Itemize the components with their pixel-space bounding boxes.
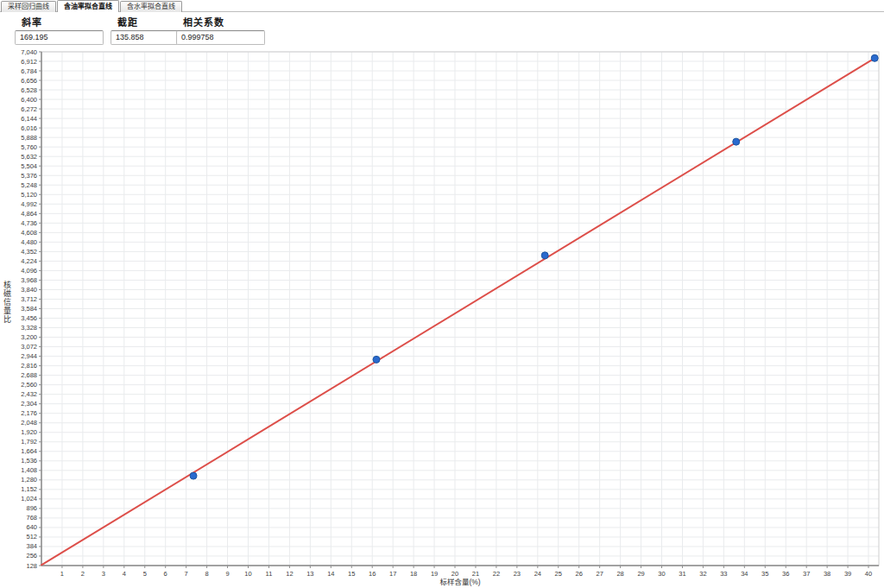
svg-text:6,784: 6,784 — [21, 67, 37, 75]
svg-text:21: 21 — [472, 570, 479, 578]
svg-text:2,816: 2,816 — [21, 362, 37, 370]
data-point — [373, 356, 380, 363]
svg-text:5,760: 5,760 — [21, 143, 37, 151]
svg-text:3,840: 3,840 — [21, 286, 37, 294]
svg-text:2,304: 2,304 — [21, 400, 37, 408]
svg-text:25: 25 — [555, 570, 562, 578]
svg-text:24: 24 — [534, 570, 541, 578]
svg-text:5: 5 — [143, 570, 147, 578]
svg-text:256: 256 — [26, 552, 37, 560]
svg-text:12: 12 — [286, 570, 293, 578]
svg-text:2,944: 2,944 — [21, 352, 37, 360]
tab-strip: 采样回归曲线 含油率拟合直线 含水率拟合直线 — [1, 0, 183, 12]
svg-text:3,200: 3,200 — [21, 333, 37, 341]
tab-sampling-regression-curve[interactable]: 采样回归曲线 — [1, 1, 56, 12]
svg-text:39: 39 — [844, 570, 851, 578]
tab-oil-content-fit-line[interactable]: 含油率拟合直线 — [57, 0, 119, 12]
svg-text:6,912: 6,912 — [21, 58, 37, 66]
svg-text:8: 8 — [205, 570, 209, 578]
svg-text:5,248: 5,248 — [21, 181, 37, 189]
slope-value-input[interactable]: 169.195 — [15, 30, 104, 45]
svg-text:2,048: 2,048 — [21, 419, 37, 427]
svg-text:6,016: 6,016 — [21, 124, 37, 132]
svg-text:38: 38 — [824, 570, 830, 578]
svg-text:4,736: 4,736 — [21, 219, 37, 227]
svg-text:128: 128 — [26, 562, 37, 570]
svg-text:1,024: 1,024 — [21, 495, 37, 503]
svg-text:31: 31 — [679, 570, 685, 578]
svg-text:512: 512 — [26, 533, 37, 541]
svg-text:1,920: 1,920 — [21, 428, 37, 436]
tab-water-content-fit-line[interactable]: 含水率拟合直线 — [120, 1, 182, 12]
svg-text:3,456: 3,456 — [21, 314, 37, 322]
svg-text:18: 18 — [410, 570, 417, 578]
svg-text:5,888: 5,888 — [21, 134, 37, 142]
svg-text:3,328: 3,328 — [21, 324, 37, 332]
svg-text:3,072: 3,072 — [21, 343, 37, 351]
svg-text:6,400: 6,400 — [21, 96, 37, 104]
svg-text:9: 9 — [225, 570, 229, 578]
chart-svg: 1282563845126407688961,0241,1521,2801,40… — [0, 45, 884, 588]
svg-text:30: 30 — [658, 570, 665, 578]
svg-text:33: 33 — [720, 570, 727, 578]
svg-text:3,584: 3,584 — [21, 305, 37, 313]
svg-text:4,224: 4,224 — [21, 257, 37, 265]
svg-text:5,376: 5,376 — [21, 172, 37, 180]
svg-text:1,536: 1,536 — [21, 457, 37, 465]
svg-text:4,096: 4,096 — [21, 267, 37, 275]
svg-text:4,480: 4,480 — [21, 238, 37, 246]
svg-text:3,968: 3,968 — [21, 276, 37, 284]
svg-text:14: 14 — [327, 570, 334, 578]
svg-text:5,632: 5,632 — [21, 153, 37, 161]
svg-text:10: 10 — [244, 570, 251, 578]
data-point — [541, 252, 548, 259]
svg-text:2,432: 2,432 — [21, 390, 37, 398]
correlation-label: 相关系数 — [183, 15, 265, 28]
svg-text:7: 7 — [185, 570, 188, 578]
svg-text:13: 13 — [306, 570, 313, 578]
svg-text:40: 40 — [865, 570, 872, 578]
svg-text:1,280: 1,280 — [21, 476, 37, 484]
svg-text:17: 17 — [389, 570, 396, 578]
svg-text:6,656: 6,656 — [21, 77, 37, 85]
svg-text:2: 2 — [81, 570, 85, 578]
svg-text:32: 32 — [699, 570, 706, 578]
y-tick-labels: 1282563845126407688961,0241,1521,2801,40… — [21, 48, 41, 570]
svg-text:34: 34 — [741, 570, 748, 578]
svg-text:768: 768 — [26, 514, 37, 522]
data-point — [733, 138, 740, 145]
svg-text:19: 19 — [431, 570, 438, 578]
svg-text:26: 26 — [576, 570, 583, 578]
fit-stats-panel: 斜率 169.195 截距 135.858 相关系数 0.999758 — [0, 12, 884, 45]
svg-text:6,528: 6,528 — [21, 86, 37, 94]
data-point — [190, 472, 197, 479]
svg-text:896: 896 — [26, 504, 37, 512]
x-axis-title: 标样含量(%) — [439, 578, 480, 586]
correlation-value-input[interactable]: 0.999758 — [176, 30, 265, 45]
slope-label: 斜率 — [22, 15, 104, 28]
y-axis-title: 核磁信量比 — [2, 281, 13, 324]
svg-text:7,040: 7,040 — [21, 48, 37, 56]
svg-text:3: 3 — [102, 570, 105, 578]
slope-field: 斜率 169.195 — [15, 14, 104, 45]
svg-text:27: 27 — [596, 570, 603, 578]
correlation-field: 相关系数 0.999758 — [176, 14, 265, 45]
svg-text:1: 1 — [60, 570, 64, 578]
svg-text:28: 28 — [616, 570, 623, 578]
svg-text:15: 15 — [348, 570, 355, 578]
x-tick-labels: 1234567891011121314151617181920212223242… — [60, 566, 872, 578]
svg-text:6,272: 6,272 — [21, 105, 37, 113]
svg-text:1,792: 1,792 — [21, 438, 37, 446]
data-point — [871, 54, 878, 61]
svg-text:16: 16 — [369, 570, 376, 578]
svg-text:35: 35 — [761, 570, 768, 578]
svg-text:2,560: 2,560 — [21, 381, 37, 389]
svg-text:384: 384 — [26, 542, 37, 550]
svg-text:4: 4 — [123, 570, 126, 578]
svg-text:36: 36 — [782, 570, 789, 578]
svg-text:37: 37 — [803, 570, 810, 578]
calibration-chart: 核磁信量比 1282563845126407688961,0241,1521,2… — [0, 45, 884, 588]
svg-text:4,352: 4,352 — [21, 248, 37, 256]
svg-text:1,408: 1,408 — [21, 466, 37, 474]
svg-text:1,664: 1,664 — [21, 447, 37, 455]
